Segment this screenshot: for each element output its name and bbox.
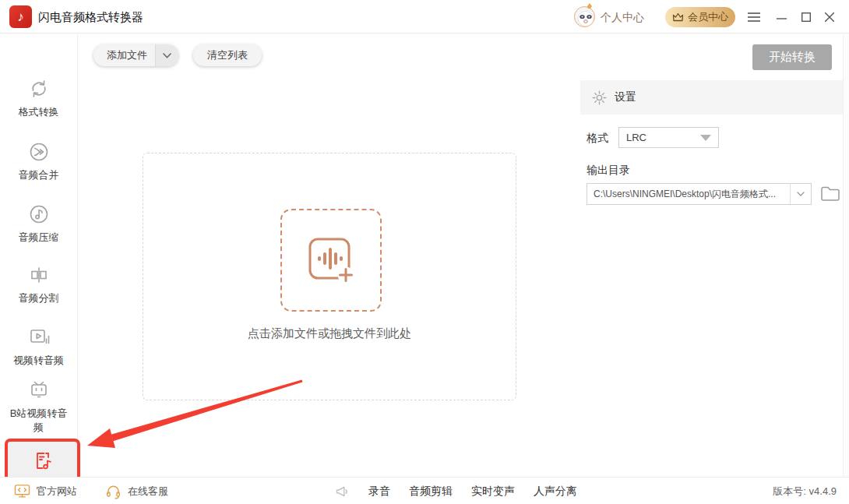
sidebar-item-audio-split[interactable]: 音频分割 (0, 263, 77, 305)
title-bar: ♪ 闪电音频格式转换器 个人中心 会员中心 (0, 0, 849, 33)
maximize-icon (801, 12, 811, 22)
chevron-down-icon (797, 192, 805, 196)
menu-button[interactable] (745, 9, 763, 26)
app-logo-icon: ♪ (9, 5, 32, 28)
sidebar: 格式转换 音频合并 音频压缩 (0, 34, 78, 477)
app-window: ♪ 闪电音频格式转换器 个人中心 会员中心 (0, 0, 849, 504)
sidebar-item-label: B站视频转音频 (7, 407, 71, 434)
sidebar-item-label: 音频分割 (0, 291, 77, 305)
add-file-label: 添加文件 (93, 48, 155, 62)
audio-split-icon (27, 263, 51, 287)
maximize-button[interactable] (798, 9, 815, 26)
file-dropzone[interactable]: 点击添加文件或拖拽文件到此处 (143, 153, 516, 400)
output-dir-dropdown[interactable] (790, 184, 811, 204)
audio-merge-icon (27, 140, 51, 164)
scrollbar-track[interactable] (843, 34, 849, 477)
version-label: 版本号: v4.4.9 (773, 485, 837, 499)
official-site-link[interactable]: 官方网站 (37, 485, 77, 499)
add-file-button[interactable]: 添加文件 (93, 44, 178, 66)
clear-list-label: 清空列表 (207, 48, 248, 62)
sidebar-item-label: 格式转换 (0, 105, 77, 119)
format-convert-icon (27, 77, 51, 100)
format-value: LRC (619, 132, 700, 143)
add-file-dropdown[interactable] (155, 44, 178, 66)
hamburger-icon (748, 12, 760, 22)
settings-header: 设置 (580, 80, 843, 115)
crown-icon (587, 3, 592, 9)
folder-icon (820, 185, 840, 203)
sidebar-item-label: 音频压缩 (0, 231, 77, 245)
sidebar-item-format-convert[interactable]: 格式转换 (0, 77, 77, 119)
start-convert-button[interactable]: 开始转换 (752, 44, 832, 70)
settings-title: 设置 (615, 90, 636, 104)
dropdown-arrow-icon (700, 135, 711, 141)
headset-icon (105, 484, 122, 499)
browse-folder-button[interactable] (819, 185, 841, 203)
footer-link-record[interactable]: 录音 (368, 485, 390, 499)
clear-list-button[interactable]: 清空列表 (193, 44, 262, 66)
lyrics-convert-icon (30, 449, 55, 474)
close-icon (825, 12, 834, 22)
footer-link-voice-change[interactable]: 实时变声 (471, 485, 515, 499)
vip-center-button[interactable]: 会员中心 (665, 7, 735, 27)
dropzone-hint: 点击添加文件或拖拽文件到此处 (143, 326, 516, 341)
minimize-button[interactable] (773, 9, 790, 26)
app-title: 闪电音频格式转换器 (38, 10, 143, 25)
close-button[interactable] (821, 9, 838, 26)
gear-icon (592, 90, 607, 105)
personal-center-link[interactable]: 个人中心 (601, 11, 644, 25)
sidebar-item-audio-compress[interactable]: 音频压缩 (0, 203, 77, 245)
sidebar-item-bilibili-video[interactable]: B站视频转音频 (0, 379, 77, 434)
footer: 官方网站 在线客服 录音 音频剪辑 实时变声 (0, 477, 849, 504)
footer-link-audio-edit[interactable]: 音频剪辑 (409, 485, 453, 499)
add-files-target[interactable] (280, 209, 382, 312)
video-to-audio-icon (27, 326, 51, 349)
sidebar-item-label: 视频转音频 (0, 354, 77, 368)
website-icon (14, 484, 30, 499)
sidebar-item-audio-merge[interactable]: 音频合并 (0, 140, 77, 182)
output-dir-combobox[interactable]: C:\Users\NINGMEI\Desktop\闪电音频格式... (587, 183, 812, 205)
chevron-down-icon (163, 53, 171, 58)
sidebar-item-label: 音频合并 (0, 168, 77, 182)
megaphone-icon (335, 485, 350, 498)
output-dir-label: 输出目录 (587, 164, 630, 178)
output-dir-value: C:\Users\NINGMEI\Desktop\闪电音频格式... (587, 188, 790, 201)
format-select[interactable]: LRC (618, 127, 719, 148)
audio-file-add-icon (307, 236, 355, 284)
minimize-icon (777, 12, 787, 22)
format-label: 格式 (587, 132, 608, 146)
bilibili-video-icon (27, 379, 51, 402)
crown-icon (672, 12, 684, 23)
avatar[interactable] (574, 6, 595, 27)
sidebar-item-video-to-audio[interactable]: 视频转音频 (0, 326, 77, 368)
audio-compress-icon (27, 203, 51, 226)
online-support-link[interactable]: 在线客服 (128, 485, 168, 499)
vip-center-label: 会员中心 (688, 10, 728, 24)
footer-link-vocal-separate[interactable]: 人声分离 (534, 485, 577, 499)
